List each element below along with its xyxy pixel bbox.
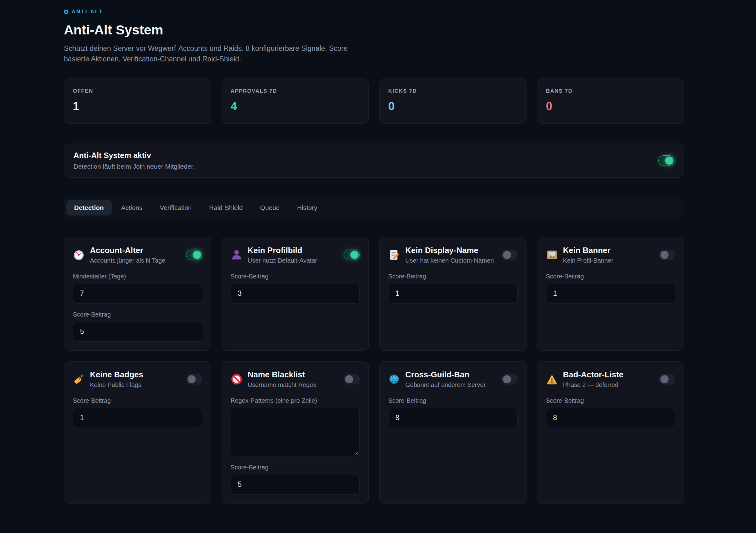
field-group: Score-Beitrag [73, 311, 202, 342]
signal-title: Bad-Actor-Liste [563, 370, 654, 380]
score-input[interactable] [388, 284, 518, 304]
signal-toggle[interactable] [186, 374, 202, 385]
signal-toggle[interactable] [501, 250, 518, 260]
toggle-knob [665, 157, 673, 165]
warning-icon [546, 373, 558, 385]
signal-title: Kein Display-Name [405, 246, 496, 255]
toggle-knob [503, 251, 511, 259]
card-header: Kein Banner Kein Profil-Banner [546, 246, 675, 264]
prohibited-icon [231, 373, 242, 385]
master-toggle[interactable] [658, 155, 674, 166]
card-body: Score-Beitrag [388, 273, 518, 304]
toggle-knob [193, 251, 201, 259]
signal-card-name-blacklist: Name Blacklist Username matcht Regex Reg… [222, 361, 369, 504]
field-group: Score-Beitrag [388, 397, 518, 428]
signal-subtitle: User hat keinen Custom-Namen [405, 257, 496, 264]
signal-title: Cross-Guild-Ban [405, 370, 496, 380]
signal-subtitle: Username matcht Regex [248, 381, 338, 388]
score-input[interactable] [546, 408, 675, 428]
master-toggle-card: Anti-Alt System aktiv Detection läuft be… [64, 144, 684, 178]
field-label: Score-Beitrag [73, 397, 202, 404]
master-toggle-text: Anti-Alt System aktiv Detection läuft be… [73, 151, 195, 170]
signal-card-kein-banner: Kein Banner Kein Profil-Banner Score-Bei… [537, 237, 684, 351]
signal-title: Kein Profilbild [248, 246, 338, 255]
tab-raid-shield[interactable]: Raid-Shield [201, 200, 251, 216]
stat-label: KICKS 7D [388, 88, 518, 94]
eyebrow-label: ANTI-ALT [72, 9, 103, 15]
stats-row: OFFEN 1 APPROVALS 7D 4 KICKS 7D 0 BANS 7… [64, 78, 684, 124]
signal-toggle[interactable] [659, 250, 675, 260]
score-input[interactable] [231, 475, 360, 494]
score-input[interactable] [73, 322, 202, 342]
page-subtitle: Schützt deinen Server vor Wegwerf-Accoun… [64, 43, 352, 64]
stopwatch-icon [73, 249, 85, 261]
textarea-wrap [231, 408, 360, 456]
tab-verification[interactable]: Verification [152, 200, 200, 216]
detection-grid: Account-Alter Accounts jünger als N Tage… [64, 237, 684, 504]
toggle-knob [350, 251, 359, 259]
stat-value: 4 [231, 100, 360, 113]
signal-subtitle: Accounts jünger als N Tage [90, 257, 180, 264]
field-group: Regex-Patterns (eine pro Zeile) [231, 397, 360, 456]
framed-picture-icon [546, 249, 558, 261]
stat-value: 1 [73, 100, 202, 113]
signal-toggle[interactable] [186, 250, 202, 260]
min-age-input[interactable] [73, 284, 202, 304]
signal-card-account-alter: Account-Alter Accounts jünger als N Tage… [64, 237, 211, 351]
tab-actions[interactable]: Actions [114, 200, 150, 216]
card-header: Keine Badges Keine Public Flags [73, 370, 202, 388]
card-titles: Kein Display-Name User hat keinen Custom… [405, 246, 496, 264]
card-header: Kein Display-Name User hat keinen Custom… [388, 246, 518, 264]
card-body: Score-Beitrag [388, 397, 518, 428]
card-body: Score-Beitrag [231, 273, 360, 304]
card-titles: Bad-Actor-Liste Phase 2 — deferred [563, 370, 654, 388]
signal-toggle[interactable] [343, 250, 360, 260]
stat-card-bans-7d: BANS 7D 0 [537, 78, 684, 124]
field-label: Score-Beitrag [388, 273, 518, 280]
card-body: Score-Beitrag [73, 397, 202, 428]
score-input[interactable] [73, 408, 202, 428]
tab-history[interactable]: History [289, 200, 325, 216]
field-group: Mindestalter (Tage) [73, 273, 202, 304]
signal-toggle[interactable] [501, 374, 518, 385]
regex-patterns-textarea[interactable] [231, 408, 360, 456]
card-titles: Kein Profilbild User nutzt Default-Avata… [248, 246, 338, 264]
card-header: Account-Alter Accounts jünger als N Tage [73, 246, 202, 264]
card-header: Kein Profilbild User nutzt Default-Avata… [231, 246, 360, 264]
stat-card-offen: OFFEN 1 [64, 78, 211, 124]
score-input[interactable] [231, 284, 360, 304]
card-titles: Keine Badges Keine Public Flags [90, 370, 180, 388]
field-label: Score-Beitrag [546, 397, 675, 404]
user-silhouette-icon [231, 249, 242, 261]
stat-card-kicks-7d: KICKS 7D 0 [379, 78, 526, 124]
card-body: Score-Beitrag [546, 273, 675, 304]
toggle-knob [188, 375, 196, 383]
card-body: Score-Beitrag [546, 397, 675, 428]
tab-detection[interactable]: Detection [67, 200, 112, 216]
page-container: ANTI-ALT Anti-Alt System Schützt deinen … [64, 0, 684, 504]
field-label: Score-Beitrag [73, 311, 202, 318]
score-input[interactable] [388, 408, 518, 428]
globe-icon [388, 373, 400, 385]
toggle-knob [345, 375, 353, 383]
tab-queue[interactable]: Queue [253, 200, 287, 216]
signal-toggle[interactable] [343, 374, 360, 385]
breadcrumb: ANTI-ALT [64, 9, 684, 15]
score-input[interactable] [546, 284, 675, 304]
field-group: Score-Beitrag [231, 273, 360, 304]
field-group: Score-Beitrag [546, 273, 675, 304]
stat-label: OFFEN [73, 88, 202, 94]
field-label: Score-Beitrag [231, 464, 360, 471]
signal-card-kein-profilbild: Kein Profilbild User nutzt Default-Avata… [222, 237, 369, 351]
page-title: Anti-Alt System [64, 22, 684, 38]
card-header: Name Blacklist Username matcht Regex [231, 370, 360, 388]
field-group: Score-Beitrag [231, 464, 360, 494]
field-group: Score-Beitrag [388, 273, 518, 304]
card-header: Bad-Actor-Liste Phase 2 — deferred [546, 370, 675, 388]
card-header: Cross-Guild-Ban Gebannt auf anderem Serv… [388, 370, 518, 388]
card-titles: Kein Banner Kein Profil-Banner [563, 246, 654, 264]
signal-toggle[interactable] [659, 374, 675, 385]
field-label: Score-Beitrag [546, 273, 675, 280]
signal-title: Keine Badges [90, 370, 180, 380]
signal-card-kein-display-name: Kein Display-Name User hat keinen Custom… [379, 237, 526, 351]
